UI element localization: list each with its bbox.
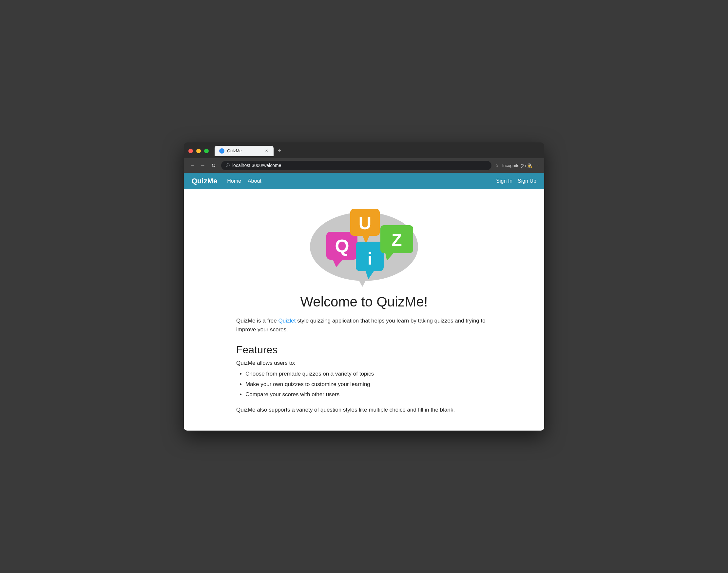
forward-button[interactable]: → bbox=[198, 161, 207, 170]
intro-paragraph: QuizMe is a free Quizlet style quizzing … bbox=[236, 316, 492, 334]
address-bar-row: ← → ↻ ⓘ localhost:3000/welcome ☆ Incogni… bbox=[184, 158, 544, 173]
svg-text:i: i bbox=[368, 249, 372, 268]
incognito-icon: 🕵 bbox=[527, 163, 532, 168]
incognito-label: Incognito (2) bbox=[502, 163, 526, 168]
browser-top: 🌐 QuizMe ✕ + ← → ↻ ⓘ localhost:3000/welc… bbox=[184, 143, 544, 173]
svg-text:U: U bbox=[359, 213, 372, 233]
top-row: 🌐 QuizMe ✕ + bbox=[184, 143, 544, 158]
site-navbar: QuizMe Home About Sign In Sign Up bbox=[184, 173, 544, 189]
url-bar[interactable]: ⓘ localhost:3000/welcome bbox=[221, 161, 491, 170]
sign-up-link[interactable]: Sign Up bbox=[518, 178, 536, 184]
svg-text:Q: Q bbox=[335, 236, 349, 256]
close-traffic-light[interactable] bbox=[188, 149, 193, 153]
main-content: Q U i bbox=[216, 189, 512, 430]
features-list: Choose from premade quizzes on a variety… bbox=[236, 370, 492, 399]
features-subtitle: QuizMe allows users to: bbox=[236, 360, 492, 366]
tab-close-button[interactable]: ✕ bbox=[264, 148, 269, 154]
incognito-badge: Incognito (2) 🕵 bbox=[502, 163, 532, 168]
sign-in-link[interactable]: Sign In bbox=[496, 178, 513, 184]
auth-links: Sign In Sign Up bbox=[496, 178, 536, 184]
tab-title: QuizMe bbox=[227, 148, 261, 153]
new-tab-button[interactable]: + bbox=[275, 146, 284, 156]
svg-text:Z: Z bbox=[391, 230, 402, 250]
brand-logo[interactable]: QuizMe bbox=[192, 177, 217, 185]
features-heading: Features bbox=[236, 344, 492, 356]
url-text: localhost:3000/welcome bbox=[232, 163, 281, 168]
minimize-traffic-light[interactable] bbox=[196, 149, 201, 153]
maximize-traffic-light[interactable] bbox=[204, 149, 209, 153]
active-tab[interactable]: 🌐 QuizMe ✕ bbox=[214, 146, 274, 156]
svg-marker-1 bbox=[357, 278, 367, 287]
nav-link-about[interactable]: About bbox=[248, 178, 261, 184]
quizlet-link[interactable]: Quizlet bbox=[279, 318, 296, 324]
bookmark-icon[interactable]: ☆ bbox=[495, 163, 499, 168]
nav-buttons: ← → ↻ bbox=[188, 161, 218, 170]
quiz-logo-svg: Q U i bbox=[302, 199, 426, 288]
feature-item-3: Compare your scores with other users bbox=[245, 390, 492, 399]
intro-text-before: QuizMe is a free bbox=[236, 318, 279, 324]
tab-favicon: 🌐 bbox=[219, 148, 225, 154]
page-content: QuizMe Home About Sign In Sign Up bbox=[184, 173, 544, 430]
nav-link-home[interactable]: Home bbox=[227, 178, 241, 184]
browser-window: 🌐 QuizMe ✕ + ← → ↻ ⓘ localhost:3000/welc… bbox=[184, 143, 544, 430]
feature-item-2: Make your own quizzes to customize your … bbox=[245, 380, 492, 389]
lock-icon: ⓘ bbox=[226, 163, 230, 168]
address-bar-right: ☆ Incognito (2) 🕵 ⋮ bbox=[495, 163, 540, 168]
refresh-button[interactable]: ↻ bbox=[209, 161, 218, 170]
logo-container: Q U i bbox=[236, 199, 492, 288]
browser-menu-icon[interactable]: ⋮ bbox=[536, 163, 540, 168]
also-text: QuizMe also supports a variety of questi… bbox=[236, 405, 492, 414]
welcome-title: Welcome to QuizMe! bbox=[236, 294, 492, 310]
back-button[interactable]: ← bbox=[188, 161, 197, 170]
feature-item-1: Choose from premade quizzes on a variety… bbox=[245, 370, 492, 378]
